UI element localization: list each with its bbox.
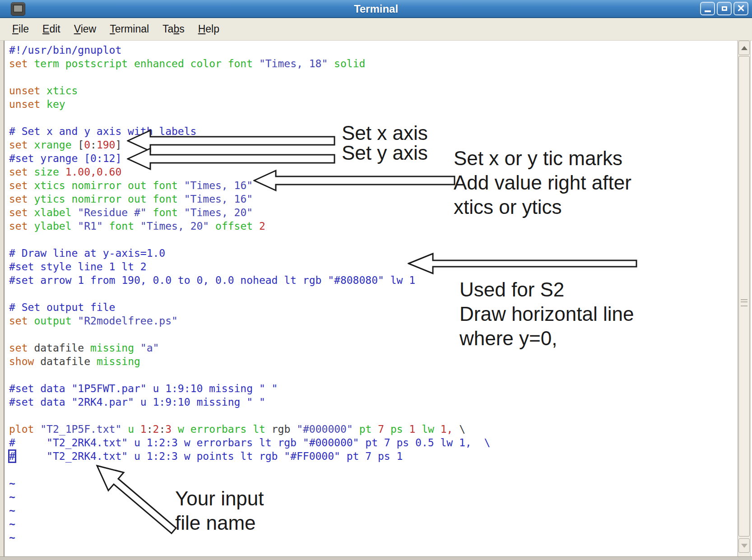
code-line	[9, 368, 490, 382]
code-line: set xlabel "Residue #" font "Times, 20"	[9, 206, 490, 219]
annotation-tic-marks-line1: Set x or y tic marks	[454, 146, 631, 171]
code-line: # Set output file	[9, 301, 490, 314]
code-line: set output "R2modelfree.ps"	[9, 314, 490, 328]
arrow-down-icon	[741, 544, 747, 548]
scrollbar-down-button[interactable]	[738, 538, 750, 553]
code-line: set term postscript enhanced color font …	[9, 57, 490, 70]
maximize-icon	[722, 6, 727, 11]
arrow-tic-marks-icon	[253, 169, 455, 192]
menu-item-tabs[interactable]: Tabs	[156, 20, 191, 38]
annotation-set-y-axis: Set y axis	[342, 141, 428, 165]
menu-item-help[interactable]: Help	[191, 20, 226, 38]
annotation-s2-line2: Draw horizontal line	[460, 302, 634, 326]
minimize-icon	[705, 10, 711, 12]
code-line	[9, 328, 490, 341]
code-line: #set arrow 1 from 190, 0.0 to 0, 0.0 noh…	[9, 273, 490, 287]
scrollbar[interactable]	[738, 41, 751, 556]
code-lines: #!/usr/bin/gnuplotset term postscript en…	[9, 43, 490, 544]
scrollbar-grip-icon	[741, 299, 747, 306]
code-line: unset xtics	[9, 84, 490, 97]
code-line: plot "T2_1P5F.txt" u 1:2:3 w errorbars l…	[9, 422, 490, 436]
code-line	[9, 463, 490, 477]
code-line: # "T2_2RK4.txt" u 1:2:3 w points lt rgb …	[9, 449, 490, 463]
code-line: # "T2_2RK4.txt" u 1:2:3 w errorbars lt r…	[9, 436, 490, 449]
scrollbar-up-button[interactable]	[738, 41, 750, 55]
arrow-up-icon	[741, 46, 747, 50]
arrow-set-y-axis-icon	[127, 147, 335, 171]
vim-statusline: "R1modelfree.plt" 32L, 868C 31,1 All	[9, 544, 731, 558]
annotation-s2-line3: where y=0,	[460, 326, 634, 351]
code-line: set ylabel "R1" font "Times, 20" offset …	[9, 219, 490, 233]
vim-cursor: #	[9, 450, 15, 462]
menu-item-edit[interactable]: Edit	[36, 20, 67, 38]
maximize-button[interactable]	[717, 2, 732, 15]
annotation-tic-marks: Set x or y tic marks Add value right aft…	[454, 146, 631, 219]
arrow-used-for-s2-icon	[408, 253, 638, 274]
terminal-window: Terminal ✕ FileEditViewTerminalTabsHelp …	[0, 0, 752, 560]
annotation-tic-marks-line2: Add value right after	[454, 171, 631, 195]
menu-item-file[interactable]: File	[5, 20, 36, 38]
annotation-used-for-s2: Used for S2 Draw horizontal line where y…	[460, 278, 634, 351]
window-titlebar[interactable]: Terminal ✕	[0, 0, 752, 18]
annotation-input-line2: file name	[175, 511, 264, 535]
code-line	[9, 409, 490, 422]
annotation-input-line1: Your input	[175, 486, 264, 511]
annotation-input-file: Your input file name	[175, 486, 264, 535]
code-line: #set data "1P5FWT.par" u 1:9:10 missing …	[9, 382, 490, 395]
close-icon: ✕	[737, 4, 745, 14]
window-title: Terminal	[0, 3, 752, 15]
code-line: #!/usr/bin/gnuplot	[9, 43, 490, 57]
minimize-button[interactable]	[700, 2, 715, 15]
annotation-tic-marks-line3: xtics or ytics	[454, 195, 631, 219]
code-line: unset key	[9, 97, 490, 111]
code-line: show datafile missing	[9, 355, 490, 368]
code-line: #set data "2RK4.par" u 1:9:10 missing " …	[9, 395, 490, 409]
code-line	[9, 70, 490, 84]
window-bottom-edge	[0, 556, 752, 560]
window-controls: ✕	[700, 2, 748, 15]
window-left-edge	[0, 41, 5, 560]
menu-item-terminal[interactable]: Terminal	[103, 20, 156, 38]
code-line: set ytics nomirror out font "Times, 16"	[9, 192, 490, 206]
close-button[interactable]: ✕	[733, 2, 748, 15]
scrollbar-thumb[interactable]	[738, 56, 750, 537]
code-line	[9, 287, 490, 301]
code-line	[9, 233, 490, 246]
menu-item-view[interactable]: View	[67, 20, 103, 38]
code-line: set datafile missing "a"	[9, 341, 490, 355]
annotation-s2-line1: Used for S2	[460, 278, 634, 302]
menubar: FileEditViewTerminalTabsHelp	[0, 18, 752, 41]
